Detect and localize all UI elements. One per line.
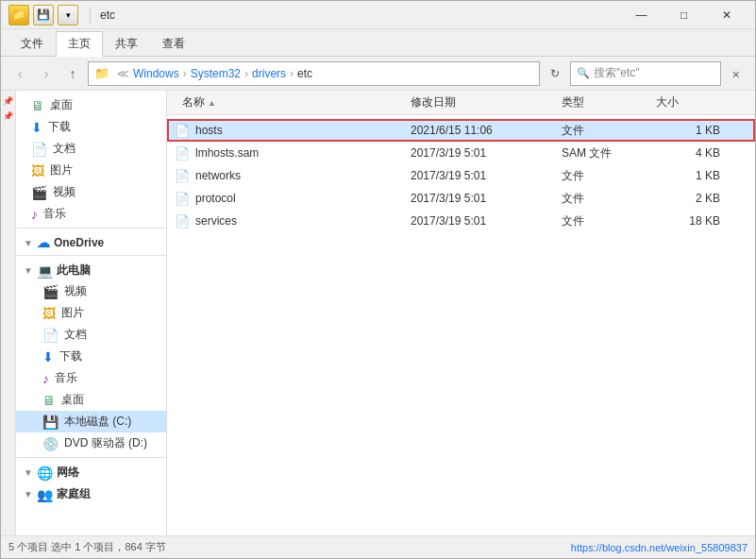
sidebar-item-desktop[interactable]: 🖥 桌面 bbox=[16, 94, 166, 116]
ribbon-tabs: 文件 主页 共享 查看 bbox=[1, 29, 755, 56]
docs-icon: 📄 bbox=[31, 142, 47, 157]
sidebar-item-desktop2[interactable]: 🖥 桌面 bbox=[16, 389, 166, 411]
sidebar-label-music: 音乐 bbox=[43, 206, 66, 222]
quick-access-pins: 📌 📌 bbox=[1, 91, 16, 535]
window-title: etc bbox=[96, 8, 620, 22]
sidebar-item-docs2[interactable]: 📄 文档 bbox=[16, 324, 166, 346]
sidebar-label-local-disk: 本地磁盘 (C:) bbox=[64, 414, 131, 430]
tab-home[interactable]: 主页 bbox=[56, 31, 103, 57]
file-type-services: 文件 bbox=[562, 213, 656, 229]
sidebar-label-docs2: 文档 bbox=[64, 327, 87, 343]
pin-button-2[interactable]: 📌 bbox=[2, 110, 15, 123]
file-type-networks: 文件 bbox=[562, 168, 656, 184]
address-folder-icon: 📁 bbox=[94, 66, 109, 80]
forward-button[interactable]: › bbox=[35, 62, 58, 85]
desktop-icon: 🖥 bbox=[31, 98, 44, 113]
path-windows[interactable]: Windows bbox=[133, 67, 179, 80]
homegroup-icon: 👥 bbox=[37, 487, 53, 502]
file-row-protocol[interactable]: 📄 protocol 2017/3/19 5:01 文件 2 KB bbox=[167, 187, 755, 210]
expand-icon-homegroup: ▼ bbox=[24, 489, 33, 500]
file-list-header: 名称 ▲ 修改日期 类型 大小 bbox=[167, 91, 755, 115]
videos-icon: 🎬 bbox=[31, 185, 47, 200]
file-type-protocol: 文件 bbox=[562, 191, 656, 207]
file-row-hosts[interactable]: 📄 hosts 2021/6/15 11:06 文件 1 KB bbox=[167, 119, 755, 142]
sidebar-item-dvd[interactable]: 💿 DVD 驱动器 (D:) bbox=[16, 432, 166, 454]
col-header-date[interactable]: 修改日期 bbox=[411, 94, 562, 110]
file-row-lmhosts[interactable]: 📄 lmhosts.sam 2017/3/19 5:01 SAM 文件 4 KB bbox=[167, 142, 755, 164]
up-button[interactable]: ↑ bbox=[61, 62, 84, 85]
sidebar-label-pics2: 图片 bbox=[61, 305, 84, 321]
sidebar-item-pics2[interactable]: 🖼 图片 bbox=[16, 302, 166, 324]
tab-view[interactable]: 查看 bbox=[150, 31, 197, 56]
sidebar-label-homegroup: 家庭组 bbox=[57, 486, 91, 502]
file-icon-cell-lmhosts: 📄 lmhosts.sam bbox=[175, 146, 411, 161]
dvd-icon: 💿 bbox=[42, 436, 59, 451]
file-icon-hosts: 📄 bbox=[175, 124, 190, 138]
maximize-button[interactable]: □ bbox=[663, 1, 705, 29]
sidebar-item-local-disk[interactable]: 💾 本地磁盘 (C:) bbox=[16, 411, 166, 432]
search-bar[interactable]: 🔍 搜索"etc" bbox=[570, 61, 721, 86]
sidebar-item-music[interactable]: ♪ 音乐 bbox=[16, 203, 166, 225]
sidebar-label-download2: 下载 bbox=[59, 348, 82, 364]
sidebar-homegroup-header[interactable]: ▼ 👥 家庭组 bbox=[16, 483, 166, 504]
back-button[interactable]: ‹ bbox=[8, 62, 31, 85]
col-header-size[interactable]: 大小 bbox=[656, 94, 731, 110]
download-icon: ⬇ bbox=[31, 120, 42, 135]
left-panel: 📌 📌 🖥 桌面 ⬇ 下载 📄 文档 🖼 bbox=[1, 91, 167, 535]
file-date-lmhosts: 2017/3/19 5:01 bbox=[411, 146, 562, 160]
path-etc: etc bbox=[297, 67, 312, 80]
sidebar-label-videos: 视频 bbox=[53, 184, 76, 200]
pin-button-1[interactable]: 📌 bbox=[2, 94, 15, 108]
sidebar-label-onedrive: OneDrive bbox=[54, 236, 104, 249]
sidebar-network-header[interactable]: ▼ 🌐 网络 bbox=[16, 461, 166, 483]
music2-icon: ♪ bbox=[42, 371, 49, 386]
sidebar-onedrive-header[interactable]: ▼ ☁ OneDrive bbox=[16, 231, 166, 252]
close-button[interactable]: ✕ bbox=[705, 1, 748, 29]
file-icon-lmhosts: 📄 bbox=[175, 146, 190, 161]
docs2-icon: 📄 bbox=[42, 328, 59, 343]
sidebar-item-download2[interactable]: ⬇ 下载 bbox=[16, 346, 166, 367]
pics-icon: 🖼 bbox=[31, 163, 44, 178]
desktop2-icon: 🖥 bbox=[42, 393, 56, 408]
sidebar-item-music2[interactable]: ♪ 音乐 bbox=[16, 367, 166, 389]
col-header-name[interactable]: 名称 ▲ bbox=[175, 94, 411, 110]
sidebar-computer-header[interactable]: ▼ 💻 此电脑 bbox=[16, 259, 166, 280]
sidebar-item-videos[interactable]: 🎬 视频 bbox=[16, 181, 166, 203]
music-icon: ♪ bbox=[31, 207, 38, 222]
file-row-services[interactable]: 📄 services 2017/3/19 5:01 文件 18 KB bbox=[167, 210, 755, 232]
path-drivers[interactable]: drivers bbox=[252, 67, 286, 80]
file-name-networks: networks bbox=[195, 169, 241, 182]
sidebar-item-videos2[interactable]: 🎬 视频 bbox=[16, 280, 166, 302]
col-header-type[interactable]: 类型 bbox=[562, 94, 656, 110]
path-system32[interactable]: System32 bbox=[191, 67, 241, 80]
sidebar-item-pics[interactable]: 🖼 图片 bbox=[16, 160, 166, 181]
sidebar-label-videos2: 视频 bbox=[64, 283, 87, 299]
main-content: 📌 📌 🖥 桌面 ⬇ 下载 📄 文档 🖼 bbox=[1, 91, 755, 535]
tab-share[interactable]: 共享 bbox=[103, 31, 150, 56]
address-bar[interactable]: 📁 ≪ Windows › System32 › drivers › etc bbox=[88, 61, 540, 86]
refresh-button[interactable]: ↻ bbox=[544, 62, 566, 85]
minimize-button[interactable]: — bbox=[620, 1, 663, 29]
file-name-lmhosts: lmhosts.sam bbox=[195, 146, 259, 160]
sidebar-label-desktop: 桌面 bbox=[50, 97, 73, 113]
tab-file[interactable]: 文件 bbox=[8, 31, 56, 56]
sidebar-item-docs[interactable]: 📄 文档 bbox=[16, 138, 166, 160]
search-icon: 🔍 bbox=[577, 67, 590, 79]
sidebar-item-download[interactable]: ⬇ 下载 bbox=[16, 116, 166, 138]
file-icon-cell-hosts: 📄 hosts bbox=[175, 124, 411, 138]
watermark: https://blog.csdn.net/weixin_55809837 bbox=[571, 542, 748, 553]
file-size-services: 18 KB bbox=[656, 214, 731, 228]
search-placeholder: 搜索"etc" bbox=[594, 65, 714, 81]
download2-icon: ⬇ bbox=[42, 349, 54, 364]
disk-icon: 💾 bbox=[42, 415, 59, 430]
file-icon-services: 📄 bbox=[175, 214, 190, 229]
title-bar-icons: 📁 💾 ▾ bbox=[8, 5, 78, 25]
sort-arrow-name: ▲ bbox=[208, 98, 216, 108]
file-icon-protocol: 📄 bbox=[175, 192, 190, 206]
file-row-networks[interactable]: 📄 networks 2017/3/19 5:01 文件 1 KB bbox=[167, 164, 755, 187]
sidebar: 🖥 桌面 ⬇ 下载 📄 文档 🖼 图片 🎬 视频 bbox=[16, 91, 167, 535]
search-button[interactable]: ⨉ bbox=[725, 62, 748, 85]
computer-icon: 💻 bbox=[37, 263, 53, 279]
file-date-hosts: 2021/6/15 11:06 bbox=[411, 124, 562, 137]
pics2-icon: 🖼 bbox=[42, 306, 56, 321]
